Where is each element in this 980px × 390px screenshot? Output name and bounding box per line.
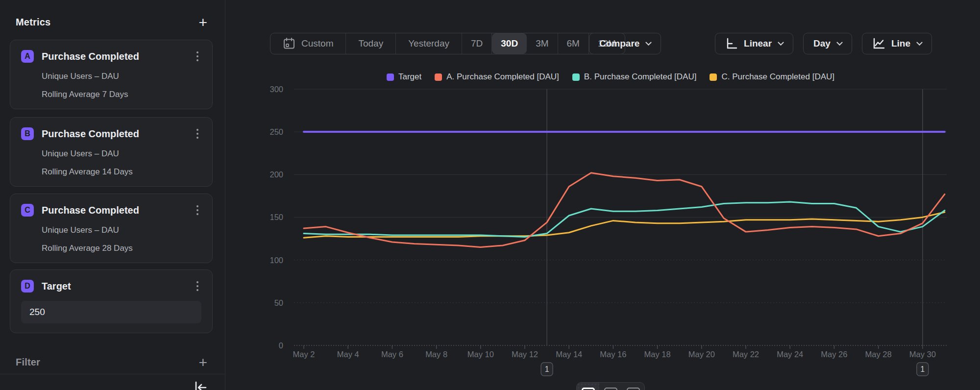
range-yesterday[interactable]: Yesterday <box>396 33 462 54</box>
x-tick-label: May 16 <box>600 350 626 359</box>
filter-title: Filter <box>16 357 40 368</box>
annotation-badge[interactable]: 1 <box>541 363 553 376</box>
interval-button[interactable]: Day <box>803 33 852 54</box>
chevron-down-icon <box>836 39 843 46</box>
range-30d[interactable]: 30D <box>492 33 527 54</box>
metric-title: Purchase Completed <box>42 128 194 140</box>
x-tick-label: May 24 <box>777 350 803 359</box>
window-bottom-icon <box>604 388 617 390</box>
filter-header: Filter + <box>16 357 207 368</box>
chart-layout-toggle <box>576 382 645 390</box>
metric-card-a[interactable]: A Purchase Completed Unique Users – DAU … <box>10 40 213 109</box>
x-tick-label: May 28 <box>865 350 892 359</box>
window-plain-icon <box>627 388 640 390</box>
metric-measure: Unique Users – DAU <box>42 149 201 159</box>
metric-card-b[interactable]: B Purchase Completed Unique Users – DAU … <box>10 117 213 187</box>
y-tick-label: 300 <box>270 85 283 94</box>
series-a-purchase-completed-dau-[interactable] <box>304 173 945 247</box>
chevron-down-icon <box>778 39 784 46</box>
series-c-purchase-completed-dau-[interactable] <box>304 212 945 238</box>
range-label: Today <box>358 38 383 49</box>
scale-label: Linear <box>744 38 772 49</box>
y-tick-label: 250 <box>270 127 283 136</box>
window-icon <box>582 388 595 390</box>
annotation-badge[interactable]: 1 <box>917 363 929 376</box>
range-6m[interactable]: 6M <box>558 33 589 54</box>
metrics-sidebar: Metrics + A Purchase Completed Unique Us… <box>0 0 225 390</box>
y-tick-label: 200 <box>270 170 283 179</box>
series-b-purchase-completed-dau-[interactable] <box>304 202 945 237</box>
range-label: 6M <box>567 38 580 49</box>
y-tick-label: 0 <box>279 341 283 350</box>
x-tick-label: May 8 <box>425 350 447 359</box>
date-range-control: Custom Today Yesterday 7D 30D 3M 6M 12M <box>270 33 625 54</box>
range-custom[interactable]: Custom <box>270 33 346 54</box>
x-tick-label: May 4 <box>337 350 359 359</box>
target-value-input[interactable]: 250 <box>21 301 201 323</box>
svg-text:1: 1 <box>920 365 925 373</box>
linear-axis-icon <box>725 37 738 50</box>
target-card[interactable]: D Target 250 <box>10 269 213 333</box>
calendar-icon <box>283 37 295 50</box>
more-options-icon[interactable] <box>194 203 201 217</box>
svg-text:1: 1 <box>545 365 549 373</box>
compare-label: Compare <box>599 38 639 49</box>
range-label: 7D <box>471 38 483 49</box>
x-tick-label: May 2 <box>293 350 315 359</box>
x-tick-label: May 22 <box>733 350 759 359</box>
metric-measure: Unique Users – DAU <box>42 225 201 235</box>
range-label: Custom <box>301 38 333 49</box>
metrics-title: Metrics <box>16 17 50 28</box>
y-tick-label: 100 <box>270 256 283 265</box>
layout-split-button[interactable] <box>599 383 622 390</box>
metric-card-c[interactable]: C Purchase Completed Unique Users – DAU … <box>10 194 213 263</box>
x-tick-label: May 14 <box>556 350 582 359</box>
chart-type-button[interactable]: Line <box>862 33 932 54</box>
x-tick-label: May 18 <box>644 350 671 359</box>
range-3m[interactable]: 3M <box>527 33 558 54</box>
y-axis: 050100150200250300 <box>270 85 283 350</box>
x-tick-label: May 20 <box>688 350 715 359</box>
x-tick-label: May 12 <box>512 350 538 359</box>
more-options-icon[interactable] <box>194 49 201 63</box>
range-today[interactable]: Today <box>346 33 396 54</box>
x-tick-label: May 30 <box>909 350 936 359</box>
chart-panel: Custom Today Yesterday 7D 30D 3M 6M 12M … <box>225 0 980 390</box>
chart-type-label: Line <box>891 38 910 49</box>
add-metric-icon[interactable]: + <box>198 18 207 27</box>
metric-title: Purchase Completed <box>42 205 194 216</box>
chart-options-group: Linear Day Line <box>715 33 932 54</box>
range-7d[interactable]: 7D <box>462 33 492 54</box>
y-tick-label: 50 <box>274 298 283 307</box>
range-label: 3M <box>536 38 548 49</box>
chevron-down-icon <box>645 39 652 46</box>
y-tick-label: 150 <box>270 213 283 221</box>
chevron-down-icon <box>916 39 923 46</box>
metric-title: Purchase Completed <box>42 51 194 62</box>
scale-button[interactable]: Linear <box>715 33 793 54</box>
metric-badge: B <box>21 127 34 140</box>
metric-rolling-window: Rolling Average 28 Days <box>42 244 201 253</box>
collapse-sidebar-icon[interactable] <box>192 379 212 390</box>
more-options-icon[interactable] <box>194 279 201 293</box>
target-title: Target <box>42 281 194 292</box>
x-tick-label: May 10 <box>467 350 494 359</box>
x-tick-label: May 26 <box>821 350 847 359</box>
metric-measure: Unique Users – DAU <box>42 72 201 81</box>
x-tick-label: May 6 <box>381 350 403 359</box>
add-filter-icon[interactable]: + <box>198 358 207 367</box>
metric-badge: A <box>21 50 34 63</box>
layout-table-button[interactable] <box>622 383 644 390</box>
metric-badge: D <box>21 280 34 292</box>
line-chart-icon <box>872 37 885 50</box>
range-label: 30D <box>501 38 518 49</box>
compare-button[interactable]: Compare <box>589 33 661 54</box>
metric-badge: C <box>21 204 34 217</box>
metric-rolling-window: Rolling Average 7 Days <box>42 90 201 99</box>
range-label: Yesterday <box>408 38 449 49</box>
interval-label: Day <box>813 38 831 49</box>
more-options-icon[interactable] <box>194 127 201 141</box>
layout-chart-only-button[interactable] <box>577 383 599 390</box>
metric-rolling-window: Rolling Average 14 Days <box>42 167 201 177</box>
line-chart[interactable]: May 2May 4May 6May 8May 10May 12May 14Ma… <box>265 64 960 390</box>
